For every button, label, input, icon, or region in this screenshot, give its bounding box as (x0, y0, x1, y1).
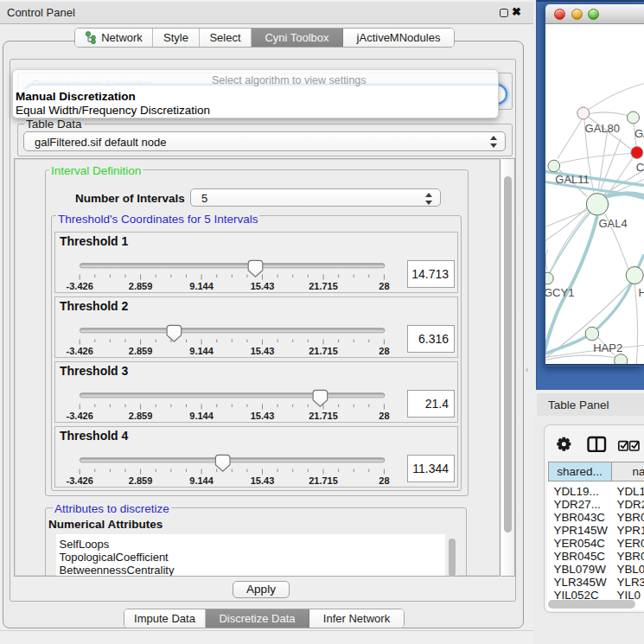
svg-text:9.144: 9.144 (189, 345, 214, 355)
svg-text:28: 28 (379, 410, 389, 420)
svg-text:9.144: 9.144 (189, 280, 214, 290)
svg-text:2.859: 2.859 (129, 345, 153, 355)
svg-text:21.715: 21.715 (309, 345, 338, 355)
svg-text:GAL80: GAL80 (585, 122, 620, 135)
svg-text:2.859: 2.859 (129, 475, 153, 485)
svg-text:-3.426: -3.426 (67, 475, 93, 485)
svg-text:28: 28 (379, 345, 389, 355)
svg-text:28: 28 (379, 280, 389, 290)
svg-text:GA: GA (634, 127, 644, 140)
svg-text:21.715: 21.715 (309, 410, 338, 420)
svg-text:-3.426: -3.426 (67, 410, 93, 420)
svg-text:GAL11: GAL11 (555, 173, 590, 186)
svg-text:-3.426: -3.426 (67, 280, 93, 290)
svg-text:21.715: 21.715 (309, 475, 338, 485)
svg-text:H: H (639, 286, 644, 299)
svg-text:9.144: 9.144 (189, 410, 214, 420)
svg-text:GCY1: GCY1 (545, 286, 574, 299)
svg-text:15.43: 15.43 (251, 410, 275, 420)
svg-text:28: 28 (379, 475, 389, 485)
svg-text:15.43: 15.43 (251, 280, 275, 290)
svg-text:-3.426: -3.426 (67, 345, 93, 355)
svg-text:9.144: 9.144 (189, 475, 214, 485)
svg-text:21.715: 21.715 (309, 280, 338, 290)
svg-text:2.859: 2.859 (129, 410, 153, 420)
svg-text:C: C (636, 161, 644, 174)
svg-text:15.43: 15.43 (251, 475, 275, 485)
svg-text:15.43: 15.43 (251, 345, 275, 355)
svg-text:HAP2: HAP2 (593, 341, 622, 354)
svg-text:GAL4: GAL4 (599, 217, 628, 230)
svg-text:2.859: 2.859 (129, 280, 153, 290)
